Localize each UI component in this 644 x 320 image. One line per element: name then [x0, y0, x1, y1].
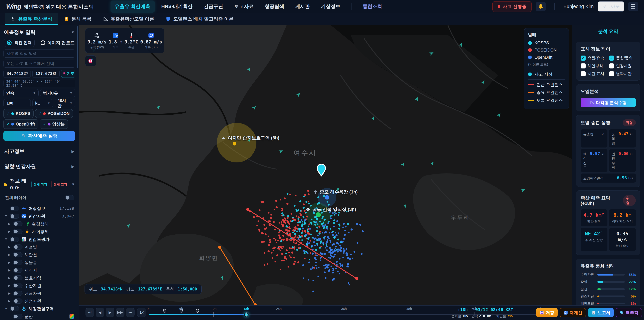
- spill-type-select[interactable]: 연속 ▼: [3, 89, 38, 97]
- layer-label[interactable]: 해경관할구역: [28, 306, 54, 311]
- pick-on-map-button[interactable]: 지도: [61, 70, 75, 78]
- layer-label[interactable]: 서식지: [24, 267, 37, 273]
- fence-deploy-marker-icon[interactable]: [179, 309, 183, 314]
- nav-item[interactable]: 항공탐색: [260, 1, 289, 13]
- checkbox-icon[interactable]: ✓: [580, 56, 586, 61]
- layer-toggle[interactable]: [13, 283, 22, 288]
- display-check-해안부착[interactable]: ✓해안부착: [580, 63, 608, 69]
- expand-icon[interactable]: ▶: [8, 261, 11, 264]
- layer-toggle[interactable]: [13, 221, 22, 226]
- display-check-시간 표시[interactable]: ✓시간 표시: [580, 71, 608, 76]
- fast-forward-button[interactable]: ▶▶: [116, 308, 124, 317]
- sidebar-scrollbar[interactable]: [77, 26, 78, 68]
- save-action-button[interactable]: 저장: [536, 308, 558, 317]
- collapse-icon[interactable]: ▼: [4, 307, 8, 310]
- expand-icon[interactable]: ▶: [8, 253, 11, 256]
- amount-input[interactable]: [3, 99, 31, 107]
- radio-image-upload[interactable]: 이미지 업로드: [40, 39, 75, 47]
- expand-icon[interactable]: ▶: [8, 245, 11, 249]
- layer-label[interactable]: 환경생태: [32, 221, 49, 227]
- fence-deploy-marker-icon[interactable]: [163, 309, 167, 314]
- layer-label[interactable]: 민감자원: [28, 213, 45, 219]
- layer-toggle[interactable]: [13, 268, 22, 273]
- model-chip-KOSPS[interactable]: ✓KOSPS: [3, 109, 34, 118]
- doc-action-button[interactable]: 보고서: [588, 308, 614, 317]
- expand-icon[interactable]: ▶: [8, 222, 11, 226]
- skip-start-button[interactable]: ⏮: [86, 308, 94, 317]
- nav-item[interactable]: 유출유 확산예측: [110, 1, 155, 13]
- nav-item[interactable]: 게시판: [291, 1, 314, 13]
- layer-style-palette-icon[interactable]: [69, 314, 74, 319]
- section-sensitive-resources[interactable]: 영향 민감자원 ▶: [3, 159, 75, 174]
- expand-icon[interactable]: ▶: [8, 276, 11, 280]
- step-back-button[interactable]: ◀: [96, 308, 104, 317]
- checkbox-icon[interactable]: ✓: [609, 64, 614, 69]
- polygon-analysis-button[interactable]: 다각형 분석수행: [580, 98, 636, 107]
- layer-label[interactable]: 민감도평가: [28, 237, 50, 242]
- layer-toggle[interactable]: [13, 298, 22, 303]
- search-action-button[interactable]: 역추적: [616, 308, 642, 317]
- logout-button[interactable]: 로그아웃: [598, 1, 624, 12]
- tab-shield[interactable]: 오일펜스 배치 알고리즘 이론: [160, 13, 239, 25]
- display-check-민감자원[interactable]: ✓민감자원: [609, 63, 636, 69]
- layer-toggle[interactable]: [13, 229, 22, 234]
- accident-list-input[interactable]: [3, 60, 75, 68]
- layer-toggle[interactable]: [10, 306, 19, 311]
- layer-toggle[interactable]: [13, 275, 22, 280]
- checkbox-icon[interactable]: ✓: [580, 64, 586, 69]
- layer-toggle[interactable]: [10, 206, 19, 211]
- accident-pin-icon[interactable]: [317, 164, 326, 177]
- section-accident-info[interactable]: 사고정보 ▶: [3, 144, 75, 159]
- oil-type-select[interactable]: 벙커C유 ▼: [40, 89, 76, 97]
- layer-label[interactable]: 군산: [24, 314, 33, 319]
- display-check-유향/유속[interactable]: ✓유향/유속: [580, 55, 608, 61]
- expand-icon[interactable]: ▶: [8, 299, 11, 303]
- master-layer-toggle[interactable]: [65, 195, 74, 200]
- layers-all-on-button[interactable]: 전체 켜기: [31, 181, 49, 188]
- nav-item[interactable]: 기상정보: [317, 1, 345, 13]
- expand-icon[interactable]: ▶: [8, 284, 11, 287]
- layer-label[interactable]: 생물종: [24, 260, 37, 265]
- layer-toggle[interactable]: [13, 260, 22, 265]
- notifications-button[interactable]: [536, 2, 546, 12]
- layers-all-off-button[interactable]: 전체 끄기: [51, 181, 69, 188]
- layer-toggle[interactable]: [10, 214, 19, 219]
- layer-toggle[interactable]: [13, 291, 22, 296]
- checkbox-icon[interactable]: ✓: [609, 56, 614, 61]
- tab-clipboard[interactable]: 분석 목록: [58, 13, 97, 25]
- display-check-풍향/풍속[interactable]: ✓풍향/풍속: [609, 55, 636, 61]
- display-check-날짜시간[interactable]: ✓날짜시간: [609, 71, 636, 76]
- expand-icon[interactable]: ▶: [8, 230, 11, 233]
- menu-button[interactable]: ☰: [628, 2, 638, 12]
- layer-label[interactable]: 사회경제: [32, 229, 49, 234]
- nav-item[interactable]: HNS·대기확산: [157, 1, 197, 13]
- accident-name-input[interactable]: [3, 50, 75, 58]
- layer-label[interactable]: 산업자원: [24, 298, 41, 304]
- fence-deploy-marker-icon[interactable]: [196, 309, 199, 314]
- layer-toggle[interactable]: [10, 237, 19, 242]
- checkbox-icon[interactable]: ✓: [609, 71, 614, 76]
- refresh-action-button[interactable]: 재계산: [560, 308, 586, 317]
- tab-microscope[interactable]: 유출유 확산분석: [5, 13, 58, 25]
- play-button[interactable]: ▶: [106, 308, 114, 317]
- model-chip-OpenDrift[interactable]: ✓OpenDrift: [3, 120, 38, 129]
- run-prediction-button[interactable]: 확산예측 실행: [3, 131, 75, 141]
- collapse-icon[interactable]: ▼: [4, 214, 8, 218]
- layer-toggle[interactable]: [13, 314, 22, 319]
- playback-speed-button[interactable]: 1×: [137, 308, 146, 317]
- layer-label[interactable]: 관광자원: [24, 291, 41, 296]
- unit-select[interactable]: kL ▼: [32, 99, 53, 107]
- skip-end-button[interactable]: ⏭: [126, 308, 134, 317]
- recenter-target-button[interactable]: [85, 55, 96, 66]
- expand-icon[interactable]: ▶: [8, 268, 11, 272]
- nav-item[interactable]: 보고자료: [230, 1, 258, 13]
- layer-label[interactable]: 해안선: [24, 252, 37, 258]
- model-chip-앙상블[interactable]: ✓앙상블: [40, 120, 68, 129]
- radio-direct-input[interactable]: 직접 입력: [4, 39, 34, 47]
- longitude-input[interactable]: [32, 70, 60, 78]
- layer-label[interactable]: 수산자원: [24, 283, 41, 288]
- layer-toggle[interactable]: [13, 252, 22, 257]
- latitude-input[interactable]: [3, 70, 31, 78]
- nav-item[interactable]: 긴급구난: [200, 1, 228, 13]
- expand-icon[interactable]: ▶: [8, 292, 11, 295]
